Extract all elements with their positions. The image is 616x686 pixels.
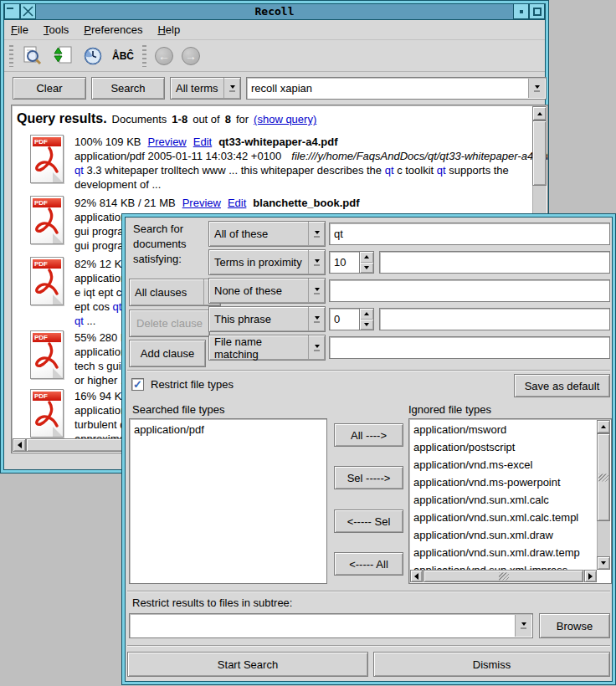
combo-arrow-button[interactable] [515, 615, 531, 637]
preview-document-button[interactable] [22, 45, 44, 67]
list-item[interactable]: application/pdf [131, 421, 325, 438]
edit-link[interactable]: Edit [193, 136, 212, 148]
move-selected-left-button[interactable]: <----- Sel [334, 509, 403, 533]
window-close-button[interactable] [20, 4, 36, 19]
scroll-left-button[interactable] [13, 438, 26, 452]
title-bar[interactable]: Recoll [4, 4, 545, 20]
scroll-up-button[interactable] [532, 106, 547, 120]
highlight-term: qt [74, 315, 84, 327]
clause-type-combo-3[interactable]: None of these [208, 278, 326, 304]
show-query-link[interactable]: (show query) [254, 113, 316, 125]
preview-link[interactable]: Preview [182, 197, 221, 209]
combo-arrow-button[interactable] [308, 250, 325, 274]
back-button[interactable]: ← [155, 47, 173, 65]
clause-input-3[interactable] [329, 279, 610, 302]
restrict-filetypes-label: Restrict file types [151, 378, 234, 391]
clause-type-combo-2[interactable]: Terms in proximity [208, 249, 326, 275]
term-explorer-button[interactable]: ÅBĈ [112, 45, 134, 67]
browse-button[interactable]: Browse [539, 613, 610, 638]
clause-input-1[interactable]: qt [329, 223, 610, 245]
combo-arrow-button[interactable] [308, 279, 325, 303]
hscroll-thumb[interactable] [424, 570, 583, 582]
clause-type-combo-1[interactable]: All of these [208, 221, 326, 247]
sort-results-button[interactable] [52, 45, 74, 67]
scroll-right-button[interactable] [584, 570, 597, 582]
scroll-down-button[interactable] [597, 556, 610, 570]
spin-down-button[interactable] [360, 320, 373, 330]
chevron-down-icon [315, 288, 320, 291]
combo-arrow-button[interactable] [308, 307, 325, 331]
search-mode-combo[interactable]: All terms [170, 77, 241, 100]
phrase-slack-spinner[interactable]: 0 [329, 308, 374, 330]
list-item[interactable]: application/msword [411, 421, 597, 438]
combo-arrow-button[interactable] [223, 78, 240, 99]
dismiss-button[interactable]: Dismiss [373, 652, 610, 677]
add-clause-button[interactable]: Add clause [129, 340, 206, 367]
combo-arrow-button[interactable] [308, 222, 325, 246]
ignored-filetypes-list[interactable]: application/mswordapplication/postscript… [408, 418, 612, 584]
start-search-button[interactable]: Start Search [127, 652, 368, 677]
delete-clause-button[interactable]: Delete clause [129, 310, 210, 337]
text-segment: ... [84, 315, 95, 327]
menu-tools[interactable]: Tools [44, 23, 69, 36]
list-item[interactable]: application/vnd.sun.xml.draw.temp [411, 544, 597, 561]
move-all-right-button[interactable]: All ----> [334, 423, 403, 447]
spin-up-button[interactable] [360, 309, 373, 320]
list-item[interactable]: application/vnd.ms-excel [411, 456, 597, 474]
restrict-filetypes-checkbox[interactable]: ✓ [131, 378, 144, 391]
ignored-list-hscrollbar[interactable] [410, 570, 597, 582]
search-button[interactable]: Search [91, 77, 165, 100]
scroll-up-button[interactable] [597, 420, 610, 433]
result-row[interactable]: PDF 100% 109 KBPreviewEditqt33-whitepape… [30, 135, 531, 192]
clause-input-4[interactable] [379, 308, 610, 330]
window-menu-button[interactable] [4, 4, 20, 19]
menu-file[interactable]: File [11, 23, 28, 36]
window-maximize-button[interactable] [529, 4, 545, 19]
edit-link[interactable]: Edit [228, 197, 246, 209]
combo-arrow-button[interactable] [308, 335, 325, 360]
toolbar-handle[interactable] [9, 45, 13, 67]
menu-preferences[interactable]: Preferences [84, 23, 142, 36]
ignored-list-vscrollbar[interactable] [597, 420, 610, 570]
list-item[interactable]: application/vnd.sun.xml.draw [411, 526, 597, 544]
advanced-search-body: Search for documents satisfying: All cla… [125, 217, 613, 682]
list-item[interactable]: application/postscript [411, 438, 597, 456]
searched-filetypes-list[interactable]: application/pdf [129, 418, 327, 584]
list-item[interactable]: application/vnd.sun.xml.impress [411, 561, 597, 570]
proximity-spinner[interactable]: 10 [329, 251, 374, 274]
menu-file-rest: ile [18, 23, 28, 36]
menu-file-accel: F [11, 23, 18, 36]
result-filename: blanchette_book.pdf [253, 197, 359, 209]
clause-type-combo-5[interactable]: File name matching [208, 335, 326, 361]
combo-dash-icon [229, 90, 235, 92]
combo-dash-icon [521, 627, 526, 629]
vscroll-thumb[interactable] [597, 433, 610, 521]
save-as-default-button[interactable]: Save as default [514, 374, 610, 397]
spin-up-button[interactable] [360, 252, 373, 263]
pdf-file-icon: PDF [30, 196, 64, 244]
clause-input-2[interactable] [379, 251, 610, 274]
scroll-left-button[interactable] [410, 570, 423, 582]
window-iconify-button[interactable] [513, 4, 529, 19]
move-selected-right-button[interactable]: Sel -----> [334, 466, 403, 489]
spin-down-button[interactable] [360, 263, 373, 274]
list-item[interactable]: application/vnd.sun.xml.calc [411, 491, 597, 509]
list-item[interactable]: application/vnd.ms-powerpoint [411, 474, 597, 491]
forward-button[interactable]: → [182, 47, 200, 65]
searched-filetypes-label: Searched file types [132, 403, 225, 416]
clause-input-5[interactable] [329, 336, 610, 359]
preview-link[interactable]: Preview [148, 136, 187, 148]
arrow-up-icon [601, 425, 606, 428]
move-all-left-button[interactable]: <----- All [334, 552, 403, 576]
combo-dash-icon [314, 293, 320, 294]
clause-type-combo-4[interactable]: This phrase [208, 306, 326, 332]
clear-button[interactable]: Clear [13, 77, 86, 100]
conjunction-combo[interactable]: All clauses [129, 279, 221, 306]
query-input[interactable]: recoll xapian [246, 77, 547, 100]
list-item[interactable]: application/vnd.sun.xml.calc.templ [411, 509, 597, 526]
sort-by-date-button[interactable] [82, 45, 104, 67]
vscroll-thumb[interactable] [532, 120, 547, 186]
subtree-combo-input[interactable] [129, 613, 533, 638]
query-history-arrow-button[interactable] [528, 79, 545, 98]
menu-help[interactable]: Help [157, 23, 180, 36]
